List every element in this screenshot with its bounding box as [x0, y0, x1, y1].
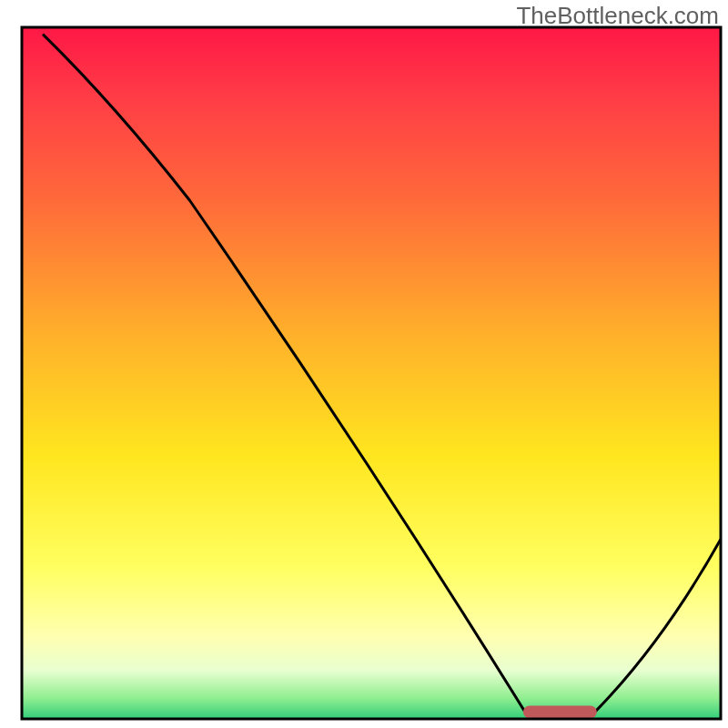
min-marker — [523, 705, 597, 718]
chart-container: TheBottleneck.com — [0, 0, 728, 728]
watermark-text: TheBottleneck.com — [516, 2, 719, 30]
bottleneck-chart — [0, 0, 728, 728]
gradient-background — [22, 27, 721, 719]
